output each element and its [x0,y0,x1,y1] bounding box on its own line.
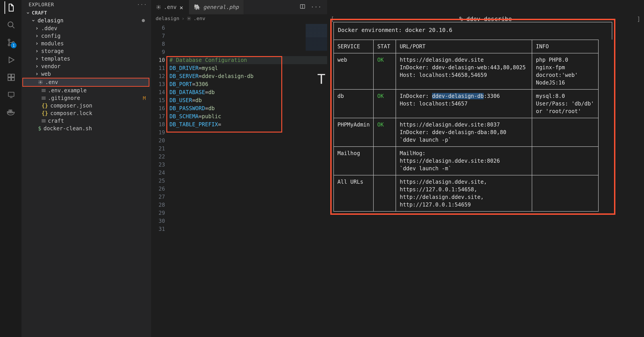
cell-stat: OK [374,53,396,89]
file-tree: .ddevconfigmodulesstoragetemplatesvendor… [22,24,151,132]
folder-root[interactable]: delasign [22,16,151,24]
svg-rect-6 [12,78,14,81]
tree-item-storage[interactable]: storage [22,47,151,55]
editor-more-icon[interactable]: ··· [311,4,322,10]
chevron-right-icon [35,72,39,76]
file-icon [42,119,46,123]
line-gutter: 6789101112131415161718192021222324252627… [151,22,170,337]
th-url: URL/PORT [396,40,532,53]
section-label: CRAFT [32,10,47,16]
cell-stat [374,147,396,175]
big-t-glyph: T [317,71,325,87]
chevron-right-icon [35,49,39,53]
svg-rect-4 [8,74,11,77]
cell-url: MailHog: https://delasign.ddev.site:8026… [396,147,532,175]
highlight-box-terminal: Docker environment: docker 20.10.6 SERVI… [330,19,616,215]
chevron-right-icon [35,57,39,61]
tree-item-composerlock[interactable]: {}composer.lock [22,109,151,117]
breadcrumb-file: .env [194,16,205,21]
cell-info: mysql:8.0User/Pass: 'db/db'or 'root/root… [532,89,598,118]
unsaved-indicator-icon [142,19,145,22]
minimap[interactable] [306,24,327,53]
breadcrumb[interactable]: delasign › .env [151,14,327,22]
activity-search-icon[interactable] [4,19,17,31]
tree-item-web[interactable]: web [22,70,151,78]
table-row: PHPMyAdminOKhttps://delasign.ddev.site:8… [334,118,598,147]
docker-env-line: Docker environment: docker 20.10.6 [334,22,612,39]
tree-item-modules[interactable]: modules [22,40,151,47]
cell-service: Mailhog [334,147,374,175]
code-content[interactable]: # Database ConfigurationDB_DRIVER=mysqlD… [170,22,327,337]
chevron-right-icon [35,34,39,38]
tab-env[interactable]: .env [151,0,189,14]
svg-rect-13 [10,110,12,111]
activity-extensions-icon[interactable] [4,71,17,84]
gear-icon [187,16,191,21]
tab-actions: ··· [294,0,327,14]
svg-rect-5 [8,78,11,81]
cell-service: db [334,89,374,118]
table-header-row: SERVICE STAT URL/PORT INFO [334,40,598,53]
file-icon [42,88,46,92]
tab-general-label: general.php [203,4,239,10]
breadcrumb-root: delasign [156,16,179,21]
tree-item-templates[interactable]: templates [22,55,151,62]
gear-icon [156,5,161,9]
explorer-more-icon[interactable]: ··· [137,2,147,7]
activity-scm-icon[interactable]: 1 [4,36,17,49]
close-icon[interactable] [179,5,184,9]
tree-item-envexample[interactable]: .env.example [22,87,151,94]
tree-item-ddev[interactable]: .ddev [22,24,151,32]
tab-general-php[interactable]: 🐘 general.php [189,0,244,14]
activity-explorer-icon[interactable] [4,1,17,14]
cell-stat: OK [374,89,396,118]
php-file-icon: 🐘 [194,4,200,10]
cell-service: web [334,53,374,89]
cell-stat [374,175,396,211]
json-icon: {} [42,110,48,116]
code-area[interactable]: 6789101112131415161718192021222324252627… [151,22,327,337]
tree-item-env[interactable]: .env [22,78,149,87]
cell-info [532,118,598,147]
cell-info [532,147,598,175]
tree-item-dockercleansh[interactable]: $docker-clean.sh [22,125,151,132]
editor-group: .env 🐘 general.php ··· delasign [151,0,327,337]
svg-point-2 [8,44,10,46]
cell-service: All URLs [334,175,374,211]
cell-url: https://delasign.ddev.siteInDocker: ddev… [396,53,532,89]
bracket-right: ] [637,16,640,22]
svg-point-15 [158,6,159,8]
json-icon: {} [42,103,48,109]
tree-item-craft[interactable]: craft [22,117,151,125]
explorer-section[interactable]: CRAFT [22,9,151,16]
table-row: All URLshttps://delasign.ddev.site,https… [334,175,598,211]
explorer-title: EXPLORER [28,2,54,7]
gear-icon [38,80,43,85]
table-row: MailhogMailHog: https://delasign.ddev.si… [334,147,598,175]
scm-modified-badge: M [143,95,146,101]
activity-docker-icon[interactable] [4,106,17,118]
chevron-right-icon [35,41,39,45]
terminal-pane: [ ] % ddev describe Docker environment: … [327,0,644,337]
svg-point-1 [8,39,10,41]
cell-info: php PHP8.0nginx-fpmdocroot:'web'NodeJS:1… [532,53,598,89]
activity-remote-icon[interactable] [4,88,17,101]
svg-point-17 [188,18,190,19]
th-stat: STAT [374,40,396,53]
th-info: INFO [532,40,598,53]
cell-url: InDocker: ddev-delasign-db:3306Host: loc… [396,89,532,118]
cell-info [532,175,598,211]
tree-item-vendor[interactable]: vendor [22,62,151,70]
chevron-right-icon [35,64,39,68]
activity-run-icon[interactable] [4,54,17,66]
tree-item-composerjson[interactable]: {}composer.json [22,102,151,109]
tab-env-label: .env [164,4,177,10]
ddev-describe-table: SERVICE STAT URL/PORT INFO webOKhttps://… [334,39,598,212]
split-editor-icon[interactable] [300,3,306,11]
dollar-icon: $ [38,125,41,132]
tree-item-config[interactable]: config [22,32,151,40]
tree-item-gitignore[interactable]: .gitignoreM [22,94,151,102]
th-service: SERVICE [334,40,374,53]
cell-stat: OK [374,118,396,147]
svg-rect-7 [12,74,14,77]
